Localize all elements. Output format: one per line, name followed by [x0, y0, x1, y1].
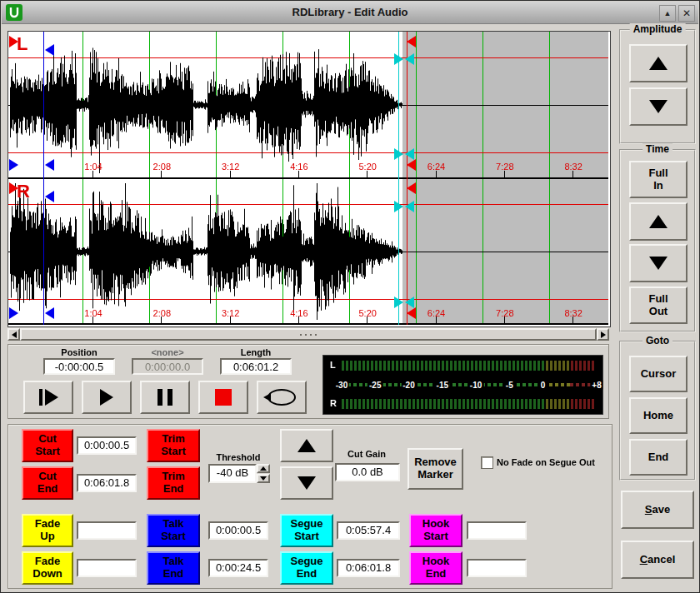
close-button[interactable]: ✕ [678, 5, 695, 22]
segue-start-label: Segue Start [290, 518, 322, 543]
full-out-button[interactable]: Full Out [629, 287, 688, 324]
fade-down-field[interactable] [77, 559, 137, 577]
cut-end-marker[interactable] [407, 307, 416, 319]
talk-end-marker[interactable] [45, 159, 54, 171]
segue-end-marker[interactable] [405, 201, 414, 212]
goto-cursor-button[interactable]: Cursor [629, 356, 688, 392]
segue-start-button[interactable]: Segue Start [280, 514, 333, 547]
segue-end-marker[interactable] [405, 148, 414, 160]
segue-start-marker[interactable] [394, 148, 403, 160]
hook-start-button[interactable]: Hook Start [409, 514, 462, 547]
cut-start-field[interactable]: 0:00:00.5 [77, 436, 137, 455]
no-fade-checkbox[interactable] [481, 456, 493, 469]
talk-start-marker[interactable] [9, 159, 18, 171]
segue-end-marker[interactable] [405, 53, 414, 65]
level-meter: L -30-25-20-15-10-50+8 R [322, 355, 603, 415]
meter-scale-label--10: -10 [468, 381, 483, 390]
talk-end-button[interactable]: Talk End [147, 551, 200, 585]
play-button[interactable] [82, 381, 132, 414]
talk-end-marker[interactable] [45, 307, 54, 319]
time-label-right-6:24: 6:24 [428, 308, 445, 318]
remove-marker-button[interactable]: Remove Marker [408, 448, 463, 490]
cut-end-marker[interactable] [407, 159, 416, 171]
talk-start-button[interactable]: Talk Start [147, 514, 200, 547]
meter-scale-label--15: -15 [435, 381, 450, 390]
loop-button[interactable] [257, 381, 307, 414]
cut-end-marker[interactable] [407, 182, 416, 194]
title-bar[interactable]: RDLibrary - Edit Audio ▲ ✕ [2, 2, 698, 24]
segue-start-field[interactable]: 0:05:57.4 [337, 521, 400, 540]
meter-scale-label--30: -30 [334, 381, 349, 390]
amplitude-up-button[interactable] [629, 44, 688, 82]
up-arrow-icon [298, 439, 316, 452]
cut-start-label: Cut Start [35, 433, 60, 458]
time-label-left-1:04: 1:04 [84, 162, 102, 172]
threshold-spin-up[interactable] [257, 464, 270, 473]
threshold-spinbox[interactable]: -40 dB [208, 464, 270, 483]
fade-down-button[interactable]: Fade Down [22, 551, 73, 585]
stop-icon [215, 389, 232, 406]
hook-end-field[interactable] [467, 559, 527, 577]
talk-start-field[interactable]: 0:00:00.5 [208, 521, 268, 540]
pause-button[interactable] [140, 381, 190, 414]
hook-end-button[interactable]: Hook End [409, 551, 462, 585]
fade-up-field[interactable] [77, 521, 137, 540]
cut-start-marker[interactable] [9, 36, 18, 47]
segue-start-marker[interactable] [394, 201, 403, 212]
no-fade-label: No Fade on Segue Out [497, 457, 595, 467]
talk-start-label: Talk Start [161, 518, 186, 543]
time-label-right-1:04: 1:04 [84, 308, 102, 318]
amplitude-down-button[interactable] [629, 87, 688, 126]
time-zoom-in-button[interactable] [629, 202, 688, 241]
talk-end-field[interactable]: 0:00:24.5 [208, 559, 268, 577]
talk-end-marker[interactable] [45, 44, 54, 56]
trim-start-button[interactable]: Trim Start [147, 429, 200, 462]
channel-label-right: R [17, 182, 30, 201]
hook-start-label: Hook Start [422, 518, 450, 543]
amplitude-up-icon [649, 57, 668, 70]
cut-start-marker[interactable] [9, 182, 18, 194]
goto-cursor-label: Cursor [641, 368, 677, 381]
segue-start-marker[interactable] [394, 53, 403, 65]
fade-up-button[interactable]: Fade Up [22, 514, 73, 547]
meter-strip-right [342, 399, 598, 409]
segue-start-marker[interactable] [394, 296, 403, 308]
meter-strip-left [342, 361, 598, 371]
spin-up-icon [260, 466, 267, 471]
cut-end-button[interactable]: Cut End [22, 466, 73, 500]
talk-start-marker[interactable] [9, 307, 18, 319]
time-label-left-7:28: 7:28 [496, 162, 513, 172]
goto-home-button[interactable]: Home [629, 397, 688, 434]
goto-end-button[interactable]: End [629, 439, 688, 476]
cut-start-button[interactable]: Cut Start [22, 429, 73, 462]
play-from-start-button[interactable] [23, 381, 73, 414]
segue-end-field[interactable]: 0:06:01.8 [337, 559, 400, 577]
hook-end-label: Hook End [422, 556, 450, 581]
time-label-right-4:16: 4:16 [290, 308, 308, 318]
gain-up-button[interactable] [280, 429, 333, 462]
threshold-spin-down[interactable] [257, 474, 270, 483]
talk-end-marker[interactable] [45, 191, 54, 202]
waveform-scrollbar[interactable] [8, 328, 609, 341]
save-button[interactable]: Save [621, 491, 694, 529]
segue-end-button[interactable]: Segue End [280, 551, 333, 585]
cancel-button[interactable]: Cancel [621, 541, 694, 579]
stop-button[interactable] [198, 381, 248, 414]
shade-button[interactable]: ▲ [659, 5, 676, 22]
time-zoom-out-button[interactable] [629, 244, 688, 282]
cancel-label: Cancel [640, 554, 676, 566]
scroll-left-button[interactable] [8, 328, 20, 341]
scrollbar-thumb[interactable] [20, 328, 597, 341]
hook-start-field[interactable] [467, 521, 527, 540]
waveform-area[interactable]: L R 1:042:083:124:165:206:247:288:321:04… [8, 31, 611, 327]
scroll-right-button[interactable] [597, 328, 609, 341]
cut-gain-field[interactable]: 0.0 dB [335, 463, 400, 481]
segue-end-marker[interactable] [405, 296, 414, 308]
full-in-button[interactable]: Full In [629, 161, 688, 198]
cut-end-field[interactable]: 0:06:01.8 [77, 474, 137, 492]
gain-down-button[interactable] [280, 466, 333, 500]
trim-end-button[interactable]: Trim End [147, 466, 200, 500]
threshold-field[interactable]: -40 dB [208, 464, 257, 483]
cut-end-marker[interactable] [407, 36, 416, 47]
amplitude-group: Amplitude [619, 29, 696, 144]
